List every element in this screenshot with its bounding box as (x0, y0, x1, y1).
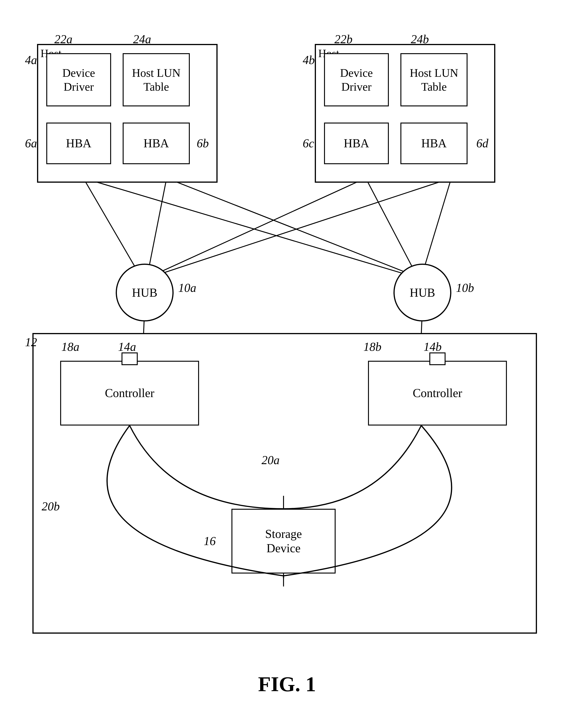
hub-b-label: HUB (410, 286, 435, 300)
ref-10a: 10a (178, 281, 196, 294)
hba-b2-label: HBA (421, 136, 447, 150)
ref-22a: 22a (54, 32, 73, 46)
ref-22b: 22b (334, 32, 353, 46)
ref-14b: 14b (423, 340, 442, 354)
ref-18a: 18a (62, 340, 79, 354)
ref-24b: 24b (411, 32, 429, 46)
ref-6b: 6b (197, 136, 209, 150)
device-driver-b-label: Device Driver (340, 66, 373, 94)
ref-16: 16 (204, 534, 216, 548)
host-lun-table-b-box: Host LUN Table (400, 53, 467, 106)
hub-b-circle: HUB (394, 264, 451, 321)
svg-line-2 (83, 178, 417, 277)
ref-6c: 6c (303, 136, 314, 150)
hba-b1-box: HBA (324, 123, 389, 164)
svg-line-1 (147, 178, 167, 277)
ref-24a: 24a (133, 32, 151, 46)
svg-line-4 (148, 178, 366, 277)
svg-line-5 (366, 178, 418, 277)
host-lun-table-b-label: Host LUN Table (410, 66, 458, 94)
ref-20a: 20a (261, 453, 280, 467)
ref-18b: 18b (363, 340, 381, 354)
ref-10b: 10b (456, 281, 474, 294)
controller-b-port (429, 353, 446, 365)
hub-a-label: HUB (132, 286, 157, 300)
svg-line-3 (167, 178, 419, 277)
ref-4b: 4b (303, 53, 315, 67)
svg-line-7 (149, 178, 451, 277)
ref-6a: 6a (25, 136, 37, 150)
controller-a-label: Controller (105, 386, 154, 400)
hba-a1-label: HBA (66, 136, 91, 150)
storage-top-connector (283, 496, 284, 510)
controller-a-port (122, 353, 138, 365)
ref-14a: 14a (118, 340, 136, 354)
hba-a2-label: HBA (144, 136, 169, 150)
device-driver-a-box: Device Driver (46, 53, 111, 106)
hba-a2-box: HBA (123, 123, 190, 164)
controller-b-label: Controller (413, 386, 462, 400)
svg-line-6 (421, 178, 451, 277)
hub-a-circle: HUB (116, 264, 174, 321)
svg-line-0 (83, 178, 141, 277)
host-lun-table-a-label: Host LUN Table (132, 66, 180, 94)
figure-title: FIG. 1 (18, 672, 556, 696)
ref-6d: 6d (476, 136, 488, 150)
controller-b-box: Controller (368, 361, 507, 425)
device-driver-b-box: Device Driver (324, 53, 389, 106)
ref-20b: 20b (42, 500, 60, 513)
hba-a1-box: HBA (46, 123, 111, 164)
storage-device-label: Storage Device (265, 527, 302, 556)
diagram-container: Host Device Driver Host LUN Table HBA HB… (18, 14, 556, 703)
ref-12: 12 (25, 335, 37, 349)
ref-4a: 4a (25, 53, 37, 67)
hba-b2-box: HBA (400, 123, 467, 164)
controller-a-box: Controller (60, 361, 199, 425)
device-driver-a-label: Device Driver (62, 66, 95, 94)
storage-device-box: Storage Device (232, 509, 336, 574)
storage-bottom-connector (283, 573, 284, 587)
hba-b1-label: HBA (344, 136, 369, 150)
host-lun-table-a-box: Host LUN Table (123, 53, 190, 106)
